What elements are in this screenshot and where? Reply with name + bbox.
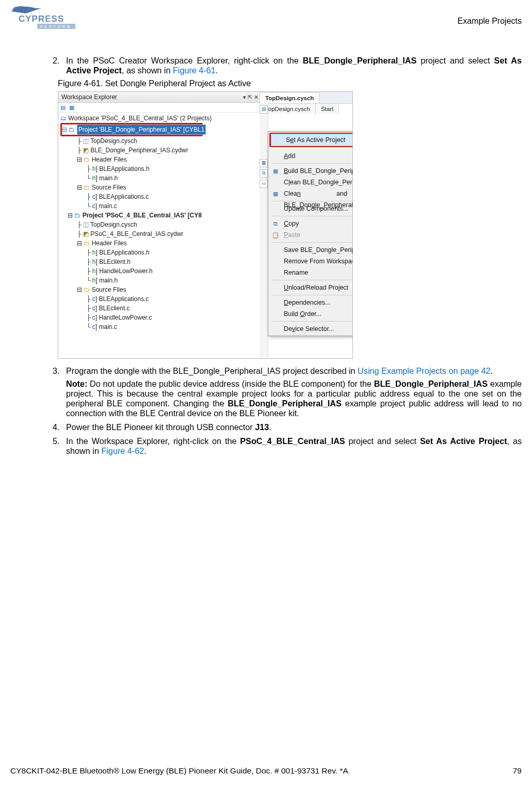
menu-build-order[interactable]: Build Order... [269,308,353,320]
tree-item[interactable]: TopDesign.cysch [90,221,137,228]
menu-copy[interactable]: ⧉CopyCtrl+C [269,218,353,229]
tree-folder[interactable]: Source Files [92,184,126,191]
menu-rename[interactable]: RenameF2 [269,267,353,278]
step-list: In the PSoC Creator Workspace Explorer, … [52,56,522,456]
tree-item[interactable]: BLE_Dongle_Peripheral_IAS.cydwr [90,147,188,154]
tree-item[interactable]: BLEApplications.c [99,193,149,200]
doc-id: CY8CKIT-042-BLE Bluetooth® Low Energy (B… [10,766,348,775]
panel-controls-icon[interactable]: ▾ ⇱ ✕ [243,92,259,102]
context-menu: Set As Active Project Add ▦Build BLE_Don… [268,131,353,336]
project-2-node[interactable]: Project 'PSoC_4_BLE_Central_IAS' [CY8 [83,212,202,219]
menu-dependencies[interactable]: Dependencies... [269,297,353,308]
clean-build-icon: ▦ [271,189,280,198]
menu-add[interactable]: Add [269,150,353,162]
menu-save-as[interactable]: Save BLE_Dongle_Peripheral_IAS As [269,244,353,256]
menu-unload-reload[interactable]: Unload/Reload Project [269,282,353,293]
tree-item[interactable]: BLEApplications.h [99,249,149,256]
step-5: In the Workspace Explorer, right-click o… [62,436,522,456]
figure-link-4-62[interactable]: Figure 4-62 [101,446,144,455]
menu-update-components[interactable]: Update Components... [269,203,353,214]
toolbar-icon[interactable]: ▦ [69,104,74,110]
vstrip-icon[interactable]: ▤ [260,105,268,114]
menu-clean[interactable]: Clean BLE_Dongle_Peripheral_IAS [269,177,353,188]
figure-link-4-61[interactable]: Figure 4-61 [173,66,216,75]
svg-text:PERFORM: PERFORM [40,24,72,29]
menu-remove[interactable]: Remove From Workspace [269,256,353,267]
tree-item[interactable]: PSoC_4_BLE_Central_IAS.cydwr [90,230,183,238]
menu-device-selector[interactable]: Device Selector... [269,323,353,335]
svg-text:CYPRESS: CYPRESS [19,14,64,24]
tree-item[interactable]: main.h [99,277,118,284]
tree-folder[interactable]: Header Files [92,156,127,163]
copy-icon: ⧉ [271,219,280,228]
page-number: 79 [513,766,522,776]
vertical-toolstrip: ▤ ▦ ⧉ ▭ [260,103,268,358]
step-4: Power the BLE Pioneer kit through USB co… [62,422,522,432]
tree-item[interactable]: main.c [99,323,117,330]
vstrip-icon[interactable]: ▦ [260,159,268,167]
step-3: Program the dongle with the BLE_Dongle_P… [62,366,522,418]
tree-folder[interactable]: Source Files [92,286,126,293]
tree-item[interactable]: BLEApplications.c [99,295,149,303]
toolbar-icon[interactable]: ▤ [60,104,66,110]
tree-item[interactable]: main.h [99,175,118,182]
menu-paste: 📋PasteCtrl+V [269,229,353,241]
tree-item[interactable]: HandleLowPower.c [99,314,152,321]
section-title: Example Projects [458,17,522,26]
tab-topdesign-1[interactable]: TopDesign.cysch [260,92,319,103]
tree-item[interactable]: TopDesign.cysch [90,137,137,145]
tree-item[interactable]: BLEclient.h [99,258,131,265]
embedded-screenshot: Workspace Explorer ▾ ⇱ ✕ ▤ ▦ 🗂 Workspace… [58,91,353,359]
page-footer: CY8CKIT-042-BLE Bluetooth® Low Energy (B… [10,766,522,776]
tab-start[interactable]: Start [315,103,339,114]
workspace-explorer-title: Workspace Explorer ▾ ⇱ ✕ [58,92,260,103]
tree-folder[interactable]: Header Files [92,240,127,247]
paste-icon: 📋 [271,231,280,239]
build-icon: ▦ [271,167,280,175]
using-example-projects-link[interactable]: Using Example Projects on page 42 [358,366,490,375]
tree-item[interactable]: HandleLowPower.h [99,267,152,275]
project-1-highlight: ⊟ 🗀 Project 'BLE_Dongle_Peripheral_IAS' … [60,123,203,136]
menu-set-active-project[interactable]: Set As Active Project [271,134,353,146]
menu-clean-build[interactable]: ▦Clean and Build BLE_Dongle_Peripheral_I… [269,188,353,199]
project-tree[interactable]: 🗂 Workspace 'PSoC_4_BLE_Central_IAS' (2 … [58,113,260,334]
workspace-node[interactable]: Workspace 'PSoC_4_BLE_Central_IAS' (2 Pr… [68,115,212,122]
tree-item[interactable]: BLEclient.c [99,305,130,312]
vstrip-icon[interactable]: ▭ [260,180,268,188]
vstrip-icon[interactable]: ⧉ [260,169,268,178]
project-1-node[interactable]: Project 'BLE_Dongle_Peripheral_IAS' [CYB… [77,124,206,135]
explorer-toolbar: ▤ ▦ [58,103,260,113]
step-2: In the PSoC Creator Workspace Explorer, … [62,56,522,359]
figure-caption: Figure 4-61. Set Dongle Peripheral Proje… [58,78,522,88]
cypress-logo: CYPRESS PERFORM [10,4,77,31]
editor-tab-strip: TopDesign.cyschTopDesign.cyschStart [260,92,352,104]
tree-item[interactable]: BLEApplications.h [99,165,149,172]
menu-build[interactable]: ▦Build BLE_Dongle_Peripheral_IAS [269,165,353,177]
tree-item[interactable]: main.c [99,202,117,210]
